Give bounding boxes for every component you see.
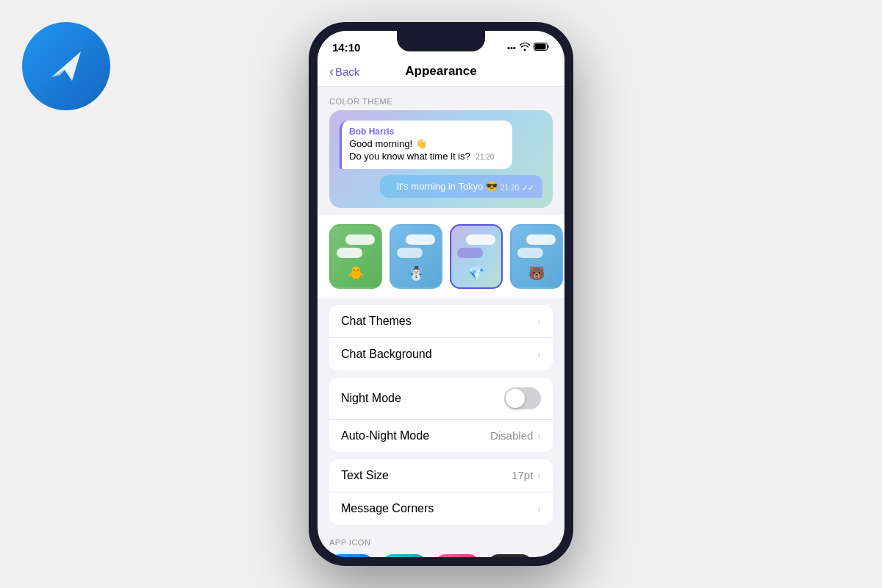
theme-bubble-top: [526, 234, 556, 245]
signal-icon: ▪▪▪: [507, 43, 516, 52]
page-title: Appearance: [405, 64, 476, 79]
theme-item-blue[interactable]: ☃️: [390, 224, 442, 289]
theme-emoji: 🐥: [348, 265, 364, 282]
chevron-right-icon: ›: [537, 470, 541, 481]
message-sent-bubble: It's morning in Tokyo 😎 21:20 ✓✓: [380, 175, 542, 198]
back-chevron-icon: ‹: [329, 64, 334, 79]
svg-marker-0: [51, 51, 81, 81]
chat-background-row[interactable]: Chat Background ›: [329, 338, 553, 370]
night-mode-row[interactable]: Night Mode: [329, 378, 553, 420]
chevron-right-icon: ›: [537, 430, 541, 442]
chevron-right-icon: ›: [537, 348, 541, 360]
message-corners-right: ›: [537, 503, 541, 514]
settings-section-nightmode: Night Mode Auto-Night Mode Disabled ›: [329, 378, 553, 452]
status-icons: ▪▪▪: [507, 43, 550, 52]
theme-bubble-bottom: [397, 248, 423, 258]
toggle-knob: [506, 389, 525, 408]
text-size-value: 17pt: [512, 469, 533, 481]
phone-screen: 14:10 ▪▪▪: [318, 31, 564, 557]
chat-themes-right: ›: [537, 315, 541, 327]
phone-notch: [397, 31, 485, 51]
battery-icon: [534, 43, 550, 52]
theme-bubble-top: [466, 234, 495, 245]
message-received-bubble: Bob Harris Good morning! 👋 Do you know w…: [340, 121, 512, 169]
chat-themes-row[interactable]: Chat Themes ›: [329, 305, 553, 338]
app-icon-label: APP ICON: [318, 532, 564, 547]
theme-emoji: 🐻: [528, 265, 545, 282]
text-size-right: 17pt ›: [512, 469, 541, 481]
app-icon-blue[interactable]: [329, 554, 373, 557]
chevron-right-icon: ›: [537, 503, 541, 514]
theme-bubble-bottom: [337, 248, 362, 258]
text-size-row[interactable]: Text Size 17pt ›: [329, 459, 553, 492]
auto-night-mode-value: Disabled: [490, 429, 533, 442]
settings-section-text: Text Size 17pt › Message Corners ›: [329, 459, 553, 525]
auto-night-mode-row[interactable]: Auto-Night Mode Disabled ›: [329, 420, 553, 452]
app-icons-row: [318, 547, 564, 557]
color-theme-label: COLOR THEME: [318, 87, 564, 110]
theme-emoji: 💎: [468, 265, 484, 282]
svg-rect-3: [535, 44, 546, 50]
auto-night-mode-label: Auto-Night Mode: [341, 429, 429, 442]
theme-bubble-top: [345, 234, 375, 245]
theme-item-teal[interactable]: 🐻: [510, 224, 563, 289]
theme-bubble-bottom: [457, 248, 483, 258]
wifi-icon: [520, 43, 530, 52]
nav-bar: ‹ Back Appearance: [318, 58, 564, 87]
app-logo: [22, 22, 110, 110]
theme-bubble-top: [406, 234, 435, 245]
theme-emoji: ☃️: [408, 265, 424, 282]
message-corners-row[interactable]: Message Corners ›: [329, 492, 553, 525]
text-size-label: Text Size: [341, 469, 389, 482]
message-text-2: Do you know what time it is? 21:20: [349, 151, 505, 163]
theme-bubble-bottom: [517, 248, 543, 258]
settings-section-chat: Chat Themes › Chat Background ›: [329, 305, 553, 370]
chat-background-right: ›: [537, 348, 541, 360]
back-label: Back: [335, 65, 359, 78]
message-sent-text: It's morning in Tokyo 😎: [397, 181, 498, 192]
status-time: 14:10: [332, 41, 360, 54]
theme-item-green[interactable]: 🐥: [329, 224, 382, 289]
message-received-time: 21:20: [476, 153, 494, 161]
night-mode-toggle[interactable]: [504, 387, 541, 409]
auto-night-mode-right: Disabled ›: [490, 429, 541, 442]
theme-carousel: 🐥 ☃️ 💎 🐻: [318, 215, 564, 298]
app-icon-teal[interactable]: [382, 554, 426, 557]
chat-themes-label: Chat Themes: [341, 315, 412, 328]
message-sender-name: Bob Harris: [349, 126, 505, 137]
night-mode-label: Night Mode: [341, 392, 401, 405]
message-text-1: Good morning! 👋: [349, 138, 505, 151]
message-sent-time: 21:20: [501, 184, 519, 192]
app-icon-pink[interactable]: [435, 554, 479, 557]
phone-frame: 14:10 ▪▪▪: [309, 22, 573, 566]
check-marks-icon: ✓✓: [522, 184, 534, 192]
theme-item-purple[interactable]: 💎: [450, 224, 503, 289]
chat-background-label: Chat Background: [341, 348, 432, 361]
app-icon-dark[interactable]: [488, 554, 532, 557]
color-theme-preview: Bob Harris Good morning! 👋 Do you know w…: [329, 110, 553, 208]
scroll-content[interactable]: COLOR THEME Bob Harris Good morning! 👋 D…: [318, 87, 564, 557]
message-corners-label: Message Corners: [341, 502, 434, 515]
chevron-right-icon: ›: [537, 315, 541, 327]
back-button[interactable]: ‹ Back: [329, 64, 359, 79]
